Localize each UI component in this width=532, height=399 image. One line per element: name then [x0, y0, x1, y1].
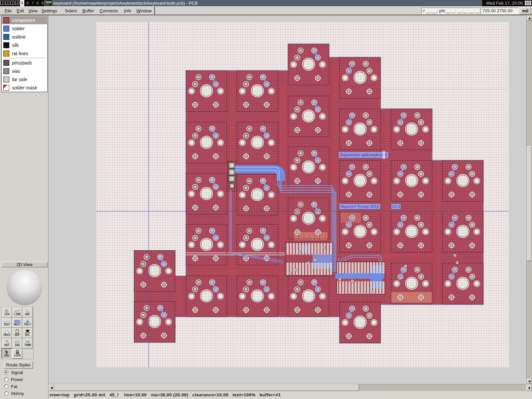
- svg-text:v1.0: v1.0: [392, 204, 400, 208]
- svg-text:Ergonomic split keyboard: Ergonomic split keyboard: [340, 153, 387, 157]
- svg-text:Maarten Tromp 2014: Maarten Tromp 2014: [341, 204, 379, 208]
